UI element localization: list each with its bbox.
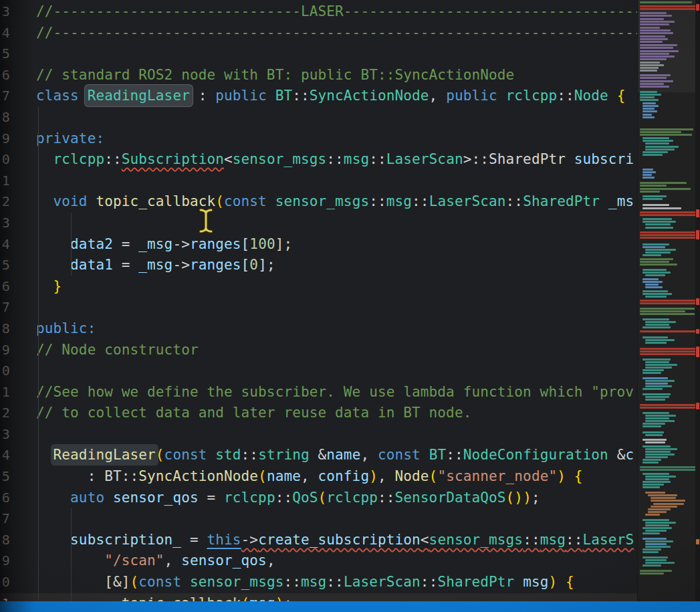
minimap-line: [645, 367, 672, 369]
minimap-line: [645, 417, 669, 419]
code-area[interactable]: 3//-----------------------------LASER---…: [0, 1, 637, 612]
minimap-line: [640, 188, 691, 190]
code-token: _msg: [138, 236, 172, 252]
line-number[interactable]: 8: [0, 530, 10, 551]
line-number[interactable]: 3: [0, 1, 10, 23]
line-number[interactable]: 6: [0, 65, 10, 86]
line-number[interactable]: 3: [0, 213, 10, 234]
code-token: public:: [36, 320, 96, 336]
code-line[interactable]: 0: [0, 361, 637, 382]
line-number[interactable]: 8: [0, 107, 10, 128]
line-number[interactable]: 1: [0, 171, 10, 192]
line-number[interactable]: 0: [0, 361, 10, 382]
code-token: (: [156, 447, 164, 463]
code-text: data1 = _msg->ranges[0];: [36, 257, 275, 273]
overview-ruler[interactable]: [695, 0, 700, 612]
minimap-line: [640, 211, 696, 213]
line-number[interactable]: 9: [0, 128, 10, 150]
minimap-line: [643, 459, 661, 461]
ruler-error-mark: [696, 230, 699, 239]
code-token: SharedPtr: [489, 151, 566, 167]
minimap-line: [643, 290, 668, 292]
minimap-line: [645, 223, 671, 225]
code-line[interactable]: 4//-------------------------------------…: [0, 23, 637, 44]
code-token: LaserScan: [344, 574, 421, 590]
code-token: [600, 193, 608, 209]
line-number[interactable]: 4: [0, 445, 10, 466]
code-token: [566, 468, 574, 484]
code-token: ::: [122, 468, 139, 484]
line-number[interactable]: 9: [0, 340, 10, 361]
line-number[interactable]: 5: [0, 43, 10, 65]
code-line[interactable]: 3: [0, 424, 637, 445]
minimap-line: [643, 548, 661, 550]
line-number[interactable]: 2: [0, 403, 10, 424]
code-line[interactable]: 1//See how we define the subscriber. We …: [0, 382, 637, 403]
code-line[interactable]: 5 data1 = _msg->ranges[0];: [0, 255, 637, 276]
minimap-line: [643, 336, 668, 338]
line-number[interactable]: 6: [0, 488, 10, 509]
code-line[interactable]: 5 : BT::SyncActionNode(name, config), No…: [0, 466, 637, 488]
code-line[interactable]: 6 }: [0, 276, 637, 298]
line-number[interactable]: 7: [0, 508, 10, 530]
minimap-line: [643, 102, 656, 104]
code-line[interactable]: 3//-----------------------------LASER---…: [0, 1, 637, 23]
code-line[interactable]: 0 rclcpp::Subscription<sensor_msgs::msg:…: [0, 149, 637, 171]
code-line[interactable]: 0 [&](const sensor_msgs::msg::LaserScan:…: [0, 572, 637, 593]
minimap-line: [643, 519, 669, 521]
code-line[interactable]: 7: [0, 297, 637, 318]
code-line[interactable]: 6// standard ROS2 node with BT: public B…: [0, 65, 637, 86]
minimap-line: [643, 195, 667, 197]
line-number[interactable]: 3: [0, 424, 10, 445]
minimap-line: [643, 532, 660, 534]
minimap-line: [640, 231, 696, 233]
code-text: : BT::SyncActionNode(name, config), Node…: [36, 468, 583, 484]
minimap[interactable]: [637, 0, 696, 612]
line-number[interactable]: 8: [0, 318, 10, 340]
line-number[interactable]: 1: [0, 382, 10, 403]
code-token: >::: [463, 151, 489, 167]
code-line[interactable]: 8 subscription_ = this->create_subscript…: [0, 530, 637, 551]
line-number[interactable]: 7: [0, 297, 10, 318]
code-line[interactable]: 9private:: [0, 128, 637, 150]
code-line[interactable]: 6 auto sensor_qos = rclcpp::QoS(rclcpp::…: [0, 488, 637, 509]
minimap-line: [640, 67, 659, 69]
code-line[interactable]: 4 data2 = _msg->ranges[100];: [0, 234, 637, 256]
line-number[interactable]: 2: [0, 191, 10, 213]
minimap-line: [643, 114, 652, 116]
line-number[interactable]: 4: [0, 234, 10, 256]
code-line[interactable]: 2// to collect data and later reuse data…: [0, 403, 637, 424]
code-token: data2: [70, 236, 113, 252]
code-token: msg: [523, 574, 548, 590]
line-number[interactable]: 4: [0, 23, 10, 44]
code-line[interactable]: 7: [0, 508, 637, 530]
line-number[interactable]: 9: [0, 550, 10, 572]
minimap-line: [640, 573, 664, 575]
code-line[interactable]: 3: [0, 213, 637, 234]
line-number[interactable]: 0: [0, 572, 10, 593]
minimap-line: [645, 562, 675, 564]
code-line[interactable]: 7class ReadingLaser : public BT::SyncAct…: [0, 86, 637, 107]
minimap-line: [643, 116, 655, 118]
minimap-line: [645, 441, 665, 443]
code-token: =: [113, 236, 138, 252]
line-number[interactable]: 6: [0, 276, 10, 298]
line-number[interactable]: 5: [0, 255, 10, 276]
line-number[interactable]: 5: [0, 466, 10, 488]
code-line[interactable]: 5: [0, 43, 637, 65]
code-line[interactable]: 9// Node constructor: [0, 340, 637, 361]
code-line[interactable]: 2 void topic_callback(const sensor_msgs:…: [0, 191, 637, 213]
code-line[interactable]: 8public:: [0, 318, 637, 340]
code-line[interactable]: 9 "/scan", sensor_qos,: [0, 550, 637, 572]
code-token: (: [318, 490, 327, 506]
code-line[interactable]: 8: [0, 107, 637, 128]
code-token: public: [215, 88, 267, 104]
code-token: NodeConfiguration: [463, 447, 608, 463]
status-bar[interactable]: [0, 601, 700, 612]
code-token: Node: [395, 468, 429, 484]
line-number[interactable]: 7: [0, 86, 10, 107]
line-number[interactable]: 0: [0, 149, 10, 171]
code-line[interactable]: 1: [0, 171, 637, 192]
code-line[interactable]: 4 ReadingLaser(const std::string &name, …: [0, 445, 637, 466]
code-token: [514, 574, 523, 590]
